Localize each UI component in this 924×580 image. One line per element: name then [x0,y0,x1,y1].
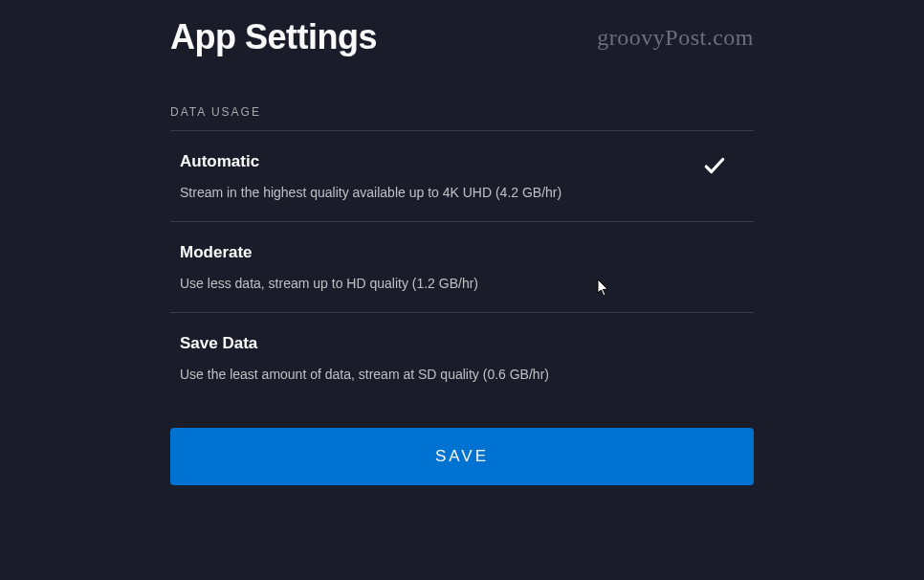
option-moderate[interactable]: Moderate Use less data, stream up to HD … [170,222,754,313]
section-label-data-usage: DATA USAGE [170,105,754,131]
page-title: App Settings [170,17,377,57]
option-description: Use the least amount of data, stream at … [180,367,744,382]
option-title: Save Data [180,334,744,353]
option-title: Automatic [180,152,702,171]
checkmark-icon [702,153,727,182]
option-automatic[interactable]: Automatic Stream in the highest quality … [170,131,754,222]
watermark: groovyPost.com [597,25,754,51]
option-save-data[interactable]: Save Data Use the least amount of data, … [170,313,754,403]
save-button[interactable]: SAVE [170,428,754,485]
option-description: Stream in the highest quality available … [180,185,702,200]
option-description: Use less data, stream up to HD quality (… [180,276,744,291]
option-title: Moderate [180,243,744,262]
